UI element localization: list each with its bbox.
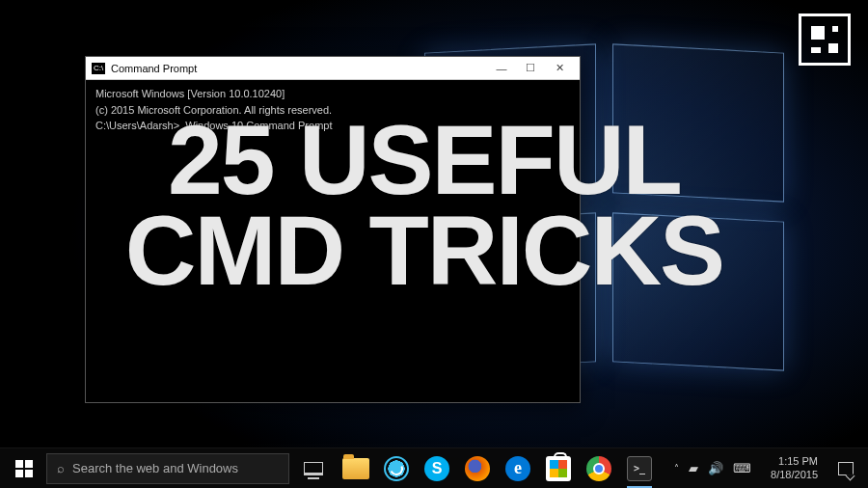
clock-date: 8/18/2015	[771, 469, 818, 482]
task-view-icon	[304, 462, 323, 475]
clock[interactable]: 1:15 PM 8/18/2015	[761, 455, 827, 482]
terminal-icon	[627, 456, 652, 481]
skype-app[interactable]	[417, 448, 457, 489]
store-icon	[546, 456, 571, 481]
search-box[interactable]: ⌕ Search the web and Windows	[46, 453, 289, 484]
search-placeholder: Search the web and Windows	[72, 461, 238, 475]
volume-icon[interactable]: 🔊	[708, 461, 723, 475]
chrome-icon	[586, 456, 611, 481]
fossbytes-logo	[799, 14, 851, 66]
internet-explorer-app[interactable]	[376, 448, 417, 489]
firefox-icon	[465, 456, 490, 481]
cmd-icon: C:\	[92, 63, 105, 74]
headline-line-1: 25 USEFUL	[39, 116, 810, 206]
minimize-button[interactable]: —	[487, 59, 516, 78]
system-tray: ˄ ▰ 🔊 ⌨ 1:15 PM 8/18/2015	[665, 448, 864, 489]
edge-app[interactable]	[498, 448, 538, 489]
search-icon: ⌕	[57, 461, 65, 475]
edge-icon	[505, 456, 530, 481]
terminal-app[interactable]	[619, 448, 660, 489]
clock-time: 1:15 PM	[771, 455, 818, 469]
window-titlebar[interactable]: C:\ Command Prompt — ☐ ✕	[86, 57, 580, 80]
start-button[interactable]	[4, 448, 44, 489]
headline-overlay: 25 USEFUL CMD TRICKS	[39, 116, 810, 297]
notification-icon	[838, 462, 854, 475]
store-app[interactable]	[538, 448, 579, 489]
headline-line-2: CMD TRICKS	[39, 206, 810, 297]
taskbar-apps	[336, 448, 660, 489]
ie-icon	[384, 456, 409, 481]
file-explorer-app[interactable]	[336, 448, 376, 489]
close-button[interactable]: ✕	[545, 59, 574, 78]
taskbar: ⌕ Search the web and Windows ˄ ▰ 🔊 ⌨ 1:1…	[0, 447, 868, 488]
maximize-button[interactable]: ☐	[516, 59, 545, 78]
action-center-button[interactable]	[827, 448, 864, 489]
terminal-line: Microsoft Windows [Version 10.0.10240]	[95, 86, 570, 102]
window-title: Command Prompt	[111, 63, 487, 74]
tray-chevron-up-icon[interactable]: ˄	[674, 463, 679, 474]
keyboard-icon[interactable]: ⌨	[733, 461, 751, 475]
firefox-app[interactable]	[457, 448, 498, 489]
chrome-app[interactable]	[579, 448, 619, 489]
task-view-button[interactable]	[295, 448, 332, 489]
folder-icon	[342, 458, 369, 479]
network-icon[interactable]: ▰	[689, 461, 698, 475]
skype-icon	[424, 456, 449, 481]
windows-icon	[15, 460, 33, 477]
